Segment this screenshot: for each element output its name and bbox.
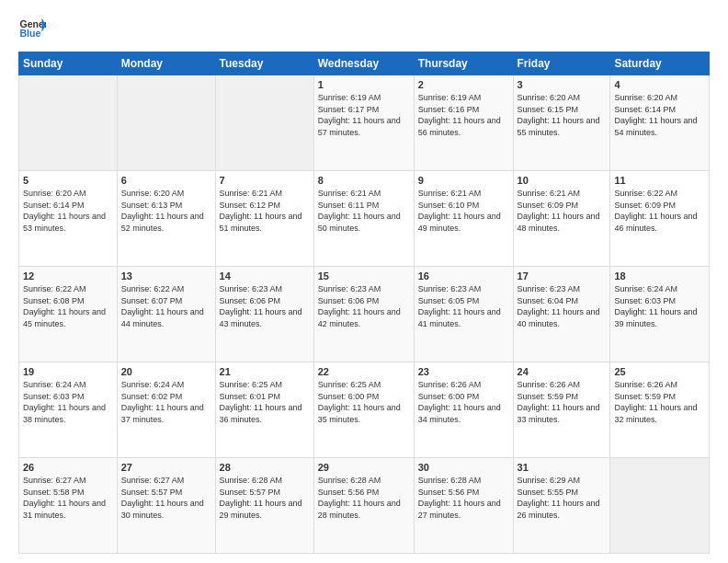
day-header-friday: Friday — [513, 52, 610, 75]
calendar-cell — [19, 75, 118, 171]
day-number: 28 — [220, 462, 310, 473]
day-info: Sunrise: 6:26 AM Sunset: 5:59 PM Dayligh… — [518, 379, 607, 425]
calendar-cell: 20Sunrise: 6:24 AM Sunset: 6:02 PM Dayli… — [117, 362, 215, 458]
calendar-cell: 30Sunrise: 6:28 AM Sunset: 5:56 PM Dayli… — [414, 458, 513, 554]
day-number: 20 — [121, 366, 211, 377]
calendar-cell: 4Sunrise: 6:20 AM Sunset: 6:14 PM Daylig… — [610, 75, 710, 171]
day-info: Sunrise: 6:20 AM Sunset: 6:14 PM Dayligh… — [614, 92, 705, 138]
calendar-cell: 24Sunrise: 6:26 AM Sunset: 5:59 PM Dayli… — [513, 362, 610, 458]
week-row-4: 19Sunrise: 6:24 AM Sunset: 6:03 PM Dayli… — [19, 362, 710, 458]
day-info: Sunrise: 6:19 AM Sunset: 6:17 PM Dayligh… — [318, 92, 410, 138]
calendar-cell: 12Sunrise: 6:22 AM Sunset: 6:08 PM Dayli… — [19, 267, 118, 362]
day-info: Sunrise: 6:21 AM Sunset: 6:10 PM Dayligh… — [418, 188, 509, 234]
day-info: Sunrise: 6:28 AM Sunset: 5:57 PM Dayligh… — [220, 475, 310, 521]
day-info: Sunrise: 6:20 AM Sunset: 6:14 PM Dayligh… — [23, 188, 113, 234]
day-number: 2 — [418, 79, 509, 90]
calendar-cell — [215, 75, 313, 171]
calendar-cell: 14Sunrise: 6:23 AM Sunset: 6:06 PM Dayli… — [215, 267, 313, 362]
header: General Blue — [18, 15, 710, 42]
day-number: 6 — [121, 175, 211, 186]
day-info: Sunrise: 6:26 AM Sunset: 6:00 PM Dayligh… — [418, 379, 509, 425]
calendar-cell: 23Sunrise: 6:26 AM Sunset: 6:00 PM Dayli… — [414, 362, 513, 458]
calendar-cell: 2Sunrise: 6:19 AM Sunset: 6:16 PM Daylig… — [414, 75, 513, 171]
day-info: Sunrise: 6:23 AM Sunset: 6:05 PM Dayligh… — [418, 283, 509, 329]
calendar-cell: 21Sunrise: 6:25 AM Sunset: 6:01 PM Dayli… — [215, 362, 313, 458]
day-header-saturday: Saturday — [610, 52, 710, 75]
calendar-cell: 26Sunrise: 6:27 AM Sunset: 5:58 PM Dayli… — [19, 458, 118, 554]
day-header-monday: Monday — [117, 52, 215, 75]
day-number: 21 — [220, 366, 310, 377]
day-number: 19 — [23, 366, 113, 377]
day-number: 26 — [23, 462, 113, 473]
calendar-cell: 9Sunrise: 6:21 AM Sunset: 6:10 PM Daylig… — [414, 171, 513, 267]
day-number: 18 — [614, 270, 705, 282]
week-row-2: 5Sunrise: 6:20 AM Sunset: 6:14 PM Daylig… — [19, 171, 710, 267]
day-number: 7 — [220, 175, 310, 186]
logo-icon: General Blue — [18, 15, 46, 42]
day-info: Sunrise: 6:25 AM Sunset: 6:00 PM Dayligh… — [318, 379, 410, 425]
calendar-cell: 19Sunrise: 6:24 AM Sunset: 6:03 PM Dayli… — [19, 362, 118, 458]
day-info: Sunrise: 6:22 AM Sunset: 6:08 PM Dayligh… — [23, 283, 113, 329]
day-number: 9 — [418, 175, 509, 186]
calendar-cell: 6Sunrise: 6:20 AM Sunset: 6:13 PM Daylig… — [117, 171, 215, 267]
calendar-cell: 18Sunrise: 6:24 AM Sunset: 6:03 PM Dayli… — [610, 267, 710, 362]
day-header-tuesday: Tuesday — [215, 52, 313, 75]
day-info: Sunrise: 6:26 AM Sunset: 5:59 PM Dayligh… — [614, 379, 705, 425]
day-info: Sunrise: 6:20 AM Sunset: 6:15 PM Dayligh… — [518, 92, 607, 138]
day-number: 11 — [614, 175, 705, 186]
calendar-table: SundayMondayTuesdayWednesdayThursdayFrid… — [18, 52, 710, 554]
day-info: Sunrise: 6:24 AM Sunset: 6:03 PM Dayligh… — [23, 379, 113, 425]
day-number: 25 — [614, 366, 705, 377]
day-number: 22 — [318, 366, 410, 377]
day-info: Sunrise: 6:25 AM Sunset: 6:01 PM Dayligh… — [220, 379, 310, 425]
calendar-cell: 7Sunrise: 6:21 AM Sunset: 6:12 PM Daylig… — [215, 171, 313, 267]
calendar-cell: 16Sunrise: 6:23 AM Sunset: 6:05 PM Dayli… — [414, 267, 513, 362]
day-info: Sunrise: 6:19 AM Sunset: 6:16 PM Dayligh… — [418, 92, 509, 138]
day-info: Sunrise: 6:21 AM Sunset: 6:09 PM Dayligh… — [518, 188, 607, 234]
day-number: 12 — [23, 270, 113, 282]
day-number: 24 — [518, 366, 607, 377]
day-info: Sunrise: 6:22 AM Sunset: 6:07 PM Dayligh… — [121, 283, 211, 329]
day-info: Sunrise: 6:24 AM Sunset: 6:03 PM Dayligh… — [614, 283, 705, 329]
day-info: Sunrise: 6:27 AM Sunset: 5:57 PM Dayligh… — [121, 475, 211, 521]
day-number: 15 — [318, 270, 410, 282]
page: General Blue SundayMondayTuesdayWednesda… — [0, 0, 728, 563]
calendar-cell: 10Sunrise: 6:21 AM Sunset: 6:09 PM Dayli… — [513, 171, 610, 267]
day-info: Sunrise: 6:29 AM Sunset: 5:55 PM Dayligh… — [518, 475, 607, 521]
day-number: 30 — [418, 462, 509, 473]
day-info: Sunrise: 6:21 AM Sunset: 6:12 PM Dayligh… — [220, 188, 310, 234]
day-info: Sunrise: 6:24 AM Sunset: 6:02 PM Dayligh… — [121, 379, 211, 425]
calendar-cell — [610, 458, 710, 554]
day-number: 8 — [318, 175, 410, 186]
week-row-1: 1Sunrise: 6:19 AM Sunset: 6:17 PM Daylig… — [19, 75, 710, 171]
logo: General Blue — [18, 15, 46, 42]
calendar-cell: 25Sunrise: 6:26 AM Sunset: 5:59 PM Dayli… — [610, 362, 710, 458]
calendar-cell: 8Sunrise: 6:21 AM Sunset: 6:11 PM Daylig… — [313, 171, 414, 267]
calendar-cell: 15Sunrise: 6:23 AM Sunset: 6:06 PM Dayli… — [313, 267, 414, 362]
day-number: 10 — [518, 175, 607, 186]
days-header-row: SundayMondayTuesdayWednesdayThursdayFrid… — [19, 52, 710, 75]
day-info: Sunrise: 6:20 AM Sunset: 6:13 PM Dayligh… — [121, 188, 211, 234]
day-number: 16 — [418, 270, 509, 282]
calendar-cell: 27Sunrise: 6:27 AM Sunset: 5:57 PM Dayli… — [117, 458, 215, 554]
day-number: 29 — [318, 462, 410, 473]
day-info: Sunrise: 6:28 AM Sunset: 5:56 PM Dayligh… — [418, 475, 509, 521]
day-number: 13 — [121, 270, 211, 282]
calendar-cell: 22Sunrise: 6:25 AM Sunset: 6:00 PM Dayli… — [313, 362, 414, 458]
week-row-5: 26Sunrise: 6:27 AM Sunset: 5:58 PM Dayli… — [19, 458, 710, 554]
calendar-cell: 1Sunrise: 6:19 AM Sunset: 6:17 PM Daylig… — [313, 75, 414, 171]
day-number: 4 — [614, 79, 705, 90]
day-number: 14 — [220, 270, 310, 282]
calendar-cell: 5Sunrise: 6:20 AM Sunset: 6:14 PM Daylig… — [19, 171, 118, 267]
calendar-cell: 11Sunrise: 6:22 AM Sunset: 6:09 PM Dayli… — [610, 171, 710, 267]
day-info: Sunrise: 6:23 AM Sunset: 6:04 PM Dayligh… — [518, 283, 607, 329]
day-info: Sunrise: 6:28 AM Sunset: 5:56 PM Dayligh… — [318, 475, 410, 521]
day-number: 23 — [418, 366, 509, 377]
calendar-cell: 31Sunrise: 6:29 AM Sunset: 5:55 PM Dayli… — [513, 458, 610, 554]
day-number: 17 — [518, 270, 607, 282]
day-number: 5 — [23, 175, 113, 186]
day-header-sunday: Sunday — [19, 52, 118, 75]
calendar-cell: 28Sunrise: 6:28 AM Sunset: 5:57 PM Dayli… — [215, 458, 313, 554]
day-number: 1 — [318, 79, 410, 90]
svg-text:Blue: Blue — [20, 28, 41, 39]
